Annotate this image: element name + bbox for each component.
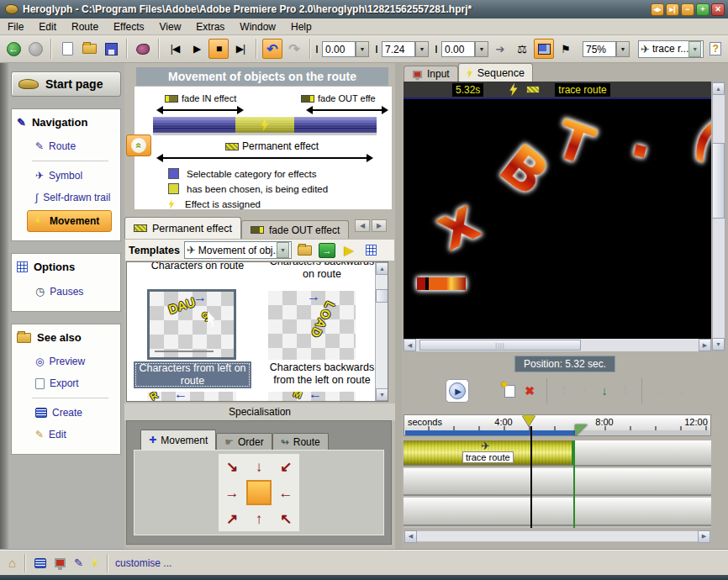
- heroglyph-button[interactable]: [133, 39, 153, 59]
- sidebar-item-export[interactable]: Export: [15, 372, 117, 394]
- direction-arrow-nw[interactable]: ↖: [280, 512, 292, 526]
- tab-permanent-effect[interactable]: Permanent effect: [124, 217, 241, 239]
- sidebar-item-pauses[interactable]: ◷ Pauses: [15, 280, 117, 303]
- effect-bar-fade-in-segment[interactable]: [153, 117, 235, 133]
- move-to-top-button[interactable]: ↥: [554, 384, 574, 398]
- move-up-button[interactable]: ↑: [574, 384, 594, 398]
- route-selector-combo[interactable]: ✈ trace r... ▼: [638, 40, 704, 58]
- effect-bar-permanent-segment[interactable]: [235, 117, 294, 133]
- scroll-up-button[interactable]: ▲: [712, 82, 725, 95]
- preview-vertical-scrollbar[interactable]: ▲ ▼: [712, 82, 725, 351]
- start-page-button[interactable]: Start page: [11, 71, 121, 97]
- open-project-button[interactable]: [79, 39, 99, 59]
- menu-route[interactable]: Route: [64, 19, 106, 34]
- tab-input[interactable]: Input: [404, 66, 458, 82]
- apply-template-button[interactable]: →: [319, 243, 335, 258]
- help-button[interactable]: ?: [705, 39, 725, 59]
- templates-combo-dropdown[interactable]: ▼: [277, 242, 289, 258]
- sidebar-item-preview[interactable]: ◎ Preview: [15, 351, 117, 372]
- direction-arrow-se[interactable]: ↘: [226, 460, 238, 474]
- finish-button[interactable]: ⚑: [556, 39, 576, 59]
- template-item-label[interactable]: Characters backwards from the left on ro…: [260, 361, 384, 387]
- playhead-marker[interactable]: [522, 415, 535, 426]
- menu-file[interactable]: File: [0, 19, 31, 34]
- minimize-button[interactable]: −: [681, 3, 694, 16]
- direction-arrow-n[interactable]: ↑: [256, 512, 263, 526]
- object-square[interactable]: [246, 480, 272, 505]
- stop-button[interactable]: ■: [208, 39, 229, 59]
- play-sequence-button[interactable]: ▶: [446, 379, 469, 403]
- next-button[interactable]: →: [669, 384, 689, 398]
- template-thumbnail-selected[interactable]: → DAU or: [147, 289, 236, 360]
- delete-effect-button[interactable]: ✖: [520, 384, 540, 398]
- redo-button[interactable]: ↷: [284, 39, 304, 59]
- timeline-ruler[interactable]: seconds 4:00 8:00 12:00: [404, 414, 711, 436]
- scroll-up-button[interactable]: ▲: [376, 262, 388, 275]
- template-list-scrollbar[interactable]: ▲ ▼: [375, 262, 388, 401]
- route-selector-dropdown[interactable]: ▼: [688, 41, 701, 57]
- timeline-scrollbar[interactable]: ◀ ▶: [404, 530, 711, 542]
- previous-button[interactable]: ←: [649, 384, 669, 398]
- detach-window-button[interactable]: ▸|: [666, 3, 679, 16]
- sidebar-item-symbol[interactable]: ✈ Symbol: [15, 165, 117, 187]
- tab-route[interactable]: ↬ Route: [272, 433, 329, 450]
- sidebar-item-edit[interactable]: ✎ Edit: [15, 424, 117, 446]
- preview-horizontal-scrollbar[interactable]: ◀ |||| ▶: [404, 339, 711, 351]
- scroll-right-button[interactable]: ▶: [699, 339, 711, 351]
- menu-edit[interactable]: Edit: [31, 19, 64, 34]
- zoom-dropdown[interactable]: ▼: [616, 41, 630, 57]
- playhead-line[interactable]: [530, 426, 532, 528]
- collapse-diagram-button[interactable]: «: [126, 134, 151, 156]
- template-thumbnail[interactable]: → LOAD: [268, 291, 356, 360]
- tab-fade-out-effect[interactable]: fade OUT effect: [241, 220, 349, 239]
- save-project-button[interactable]: [101, 39, 121, 59]
- fade-in-time-value[interactable]: 0.00: [322, 41, 356, 57]
- pan-window-button[interactable]: ◂▸: [651, 3, 664, 16]
- duration-dropdown[interactable]: ▼: [415, 41, 429, 57]
- template-thumbnail-partial[interactable]: R ←: [147, 392, 236, 402]
- play-button[interactable]: ▶: [187, 39, 207, 59]
- sidebar-item-movement[interactable]: Movement: [27, 210, 112, 232]
- fade-out-time-value[interactable]: 0.00: [441, 41, 475, 57]
- scroll-down-button[interactable]: ▼: [712, 338, 725, 351]
- fade-in-time-dropdown[interactable]: ▼: [356, 41, 369, 57]
- load-template-button[interactable]: [296, 242, 314, 259]
- sidebar-item-self-drawn-trail[interactable]: ∫ Self-drawn trail: [15, 187, 117, 208]
- sidebar-item-create[interactable]: Create: [15, 402, 117, 424]
- tab-order[interactable]: ☛ Order: [216, 433, 272, 450]
- scroll-thumb[interactable]: [712, 143, 725, 219]
- sidebar-item-route[interactable]: ✎ Route: [15, 135, 117, 157]
- fade-out-time-dropdown[interactable]: ▼: [475, 41, 488, 57]
- scroll-left-button[interactable]: ◀: [404, 530, 417, 543]
- balance-button[interactable]: ⚖: [512, 39, 532, 59]
- new-project-button[interactable]: [57, 39, 77, 59]
- templates-combo[interactable]: ✈ Movement of obj... ▼: [184, 241, 292, 259]
- close-button[interactable]: ✕: [711, 3, 725, 16]
- undo-button[interactable]: ↶: [262, 39, 282, 59]
- preview-template-button[interactable]: ▶: [340, 242, 358, 259]
- lightning-icon[interactable]: [92, 558, 98, 568]
- scroll-thumb[interactable]: [376, 289, 388, 303]
- scroll-down-button[interactable]: ▼: [376, 388, 388, 401]
- menu-window[interactable]: Window: [232, 19, 283, 34]
- tab-movement[interactable]: ✚ Movement: [140, 430, 216, 450]
- monitor-icon[interactable]: [55, 558, 66, 567]
- direction-arrow-ne[interactable]: ↗: [226, 512, 238, 526]
- list-icon[interactable]: [34, 558, 46, 568]
- maximize-button[interactable]: +: [696, 3, 710, 16]
- scroll-tabs-right-button[interactable]: ▶: [372, 219, 387, 232]
- scroll-right-button[interactable]: ▶: [698, 530, 710, 543]
- new-effect-button[interactable]: [499, 385, 520, 398]
- track-row[interactable]: [404, 468, 711, 496]
- scroll-tabs-left-button[interactable]: ◀: [355, 219, 370, 232]
- template-item-label[interactable]: Characters backwards on route: [263, 261, 381, 281]
- scroll-thumb[interactable]: ||||: [419, 340, 581, 351]
- direction-arrow-e[interactable]: →: [225, 486, 240, 500]
- template-item-label-selected[interactable]: Characters from left on route: [134, 361, 251, 388]
- end-marker[interactable]: [575, 424, 588, 436]
- template-thumbnail-partial[interactable]: M ←: [268, 392, 356, 402]
- pen-arrow-icon[interactable]: ✎: [74, 556, 83, 569]
- direction-arrow-w[interactable]: ←: [279, 486, 293, 500]
- trace-route-clip[interactable]: ✈ trace route: [404, 440, 573, 465]
- home-icon[interactable]: ⌂: [8, 556, 16, 570]
